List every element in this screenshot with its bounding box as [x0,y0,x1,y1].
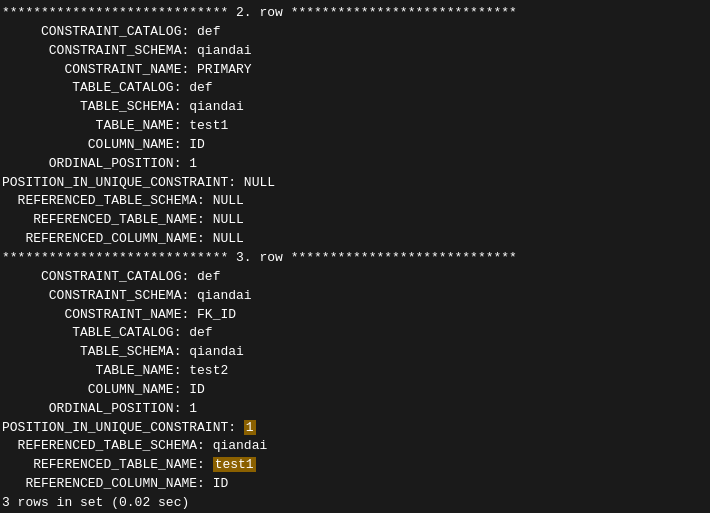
ref-table-schema-2: REFERENCED_TABLE_SCHEMA: NULL [0,192,710,211]
position-unique-3: POSITION_IN_UNIQUE_CONSTRAINT: 1 [0,419,710,438]
ref-column-name-2: REFERENCED_COLUMN_NAME: NULL [0,230,710,249]
table-schema-2: TABLE_SCHEMA: qiandai [0,98,710,117]
table-name-3: TABLE_NAME: test2 [0,362,710,381]
table-name-2: TABLE_NAME: test1 [0,117,710,136]
column-name-3: COLUMN_NAME: ID [0,381,710,400]
constraint-schema-2: CONSTRAINT_SCHEMA: qiandai [0,42,710,61]
ordinal-position-2: ORDINAL_POSITION: 1 [0,155,710,174]
constraint-name-2: CONSTRAINT_NAME: PRIMARY [0,61,710,80]
row-separator-3: ***************************** 3. row ***… [0,249,710,268]
position-unique-2: POSITION_IN_UNIQUE_CONSTRAINT: NULL [0,174,710,193]
constraint-catalog-2: CONSTRAINT_CATALOG: def [0,23,710,42]
constraint-name-3: CONSTRAINT_NAME: FK_ID [0,306,710,325]
ref-table-name-3: REFERENCED_TABLE_NAME: test1 [0,456,710,475]
constraint-schema-3: CONSTRAINT_SCHEMA: qiandai [0,287,710,306]
column-name-2: COLUMN_NAME: ID [0,136,710,155]
table-schema-3: TABLE_SCHEMA: qiandai [0,343,710,362]
table-catalog-3: TABLE_CATALOG: def [0,324,710,343]
table-catalog-2: TABLE_CATALOG: def [0,79,710,98]
ref-table-name-2: REFERENCED_TABLE_NAME: NULL [0,211,710,230]
result-footer: 3 rows in set (0.02 sec) [0,494,710,513]
constraint-catalog-3: CONSTRAINT_CATALOG: def [0,268,710,287]
terminal-window: ***************************** 2. row ***… [0,0,710,513]
ordinal-position-3: ORDINAL_POSITION: 1 [0,400,710,419]
ref-table-schema-3: REFERENCED_TABLE_SCHEMA: qiandai [0,437,710,456]
ref-column-name-3: REFERENCED_COLUMN_NAME: ID [0,475,710,494]
row-separator-2: ***************************** 2. row ***… [0,4,710,23]
